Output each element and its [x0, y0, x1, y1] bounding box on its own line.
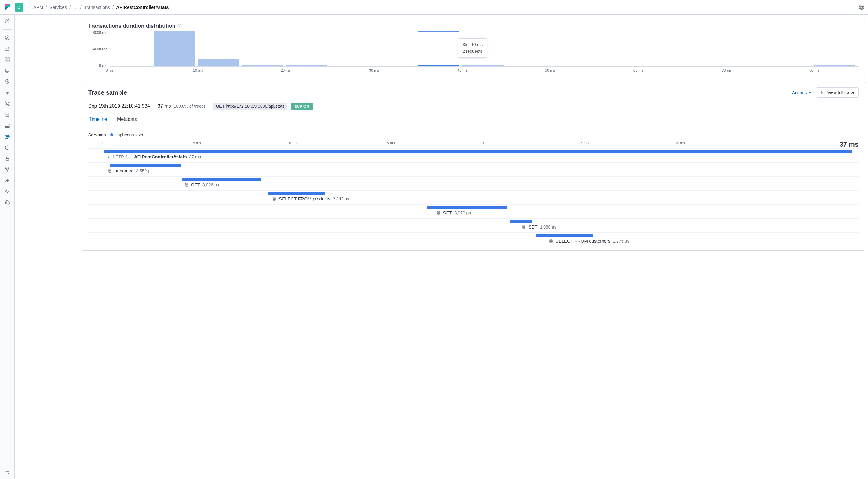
histogram-bar[interactable]: [154, 31, 195, 66]
histogram-bar[interactable]: [242, 65, 283, 66]
nav-maps-icon[interactable]: [5, 79, 10, 84]
histogram-chart[interactable]: 8000 req. 4000 req. 0 req.: [88, 32, 859, 74]
histogram-bar[interactable]: [374, 66, 415, 66]
span-row[interactable]: SELECT FROM customers 2,775 µs: [88, 233, 859, 247]
crumb-transactions[interactable]: Transactions: [84, 5, 110, 10]
x-tick: 60 ms: [633, 68, 644, 73]
http-icon: [106, 155, 110, 159]
x-axis: 0 ms 10 ms 20 ms 30 ms 40 ms 50 ms 60 ms…: [110, 68, 859, 75]
trace-timestamp: Sep 19th 2019 22:10:41.934: [88, 103, 150, 109]
crumb-apm[interactable]: APM: [33, 5, 43, 10]
span-row[interactable]: SET 3,926 µs: [88, 177, 859, 191]
span-row[interactable]: SET 1,080 µs: [88, 219, 859, 233]
svg-point-31: [185, 183, 188, 184]
document-icon: [821, 90, 825, 95]
span-name: SET: [528, 224, 537, 230]
space-selector[interactable]: D: [15, 3, 23, 11]
view-full-trace-label: View full trace: [827, 90, 854, 95]
span-row[interactable]: SET 3,970 µs: [88, 205, 859, 219]
span-row-root[interactable]: HTTP 2xx APIRestController#stats 37 ms: [88, 148, 859, 163]
nav-logs-icon[interactable]: [5, 112, 10, 117]
svg-rect-10: [5, 60, 7, 62]
svg-rect-24: [6, 158, 8, 161]
nav-apm-icon[interactable]: [5, 123, 10, 129]
service-dot-icon: [110, 133, 113, 136]
x-tick: 40 ms: [458, 68, 468, 73]
x-tick: 30 ms: [369, 68, 379, 73]
services-label: Services: [88, 132, 106, 137]
histogram-bar[interactable]: [198, 60, 239, 66]
svg-point-28: [6, 202, 8, 204]
breadcrumb: APM / Services / … / Transactions / APIR…: [33, 5, 169, 10]
nav-canvas-icon[interactable]: [5, 68, 10, 73]
crumb-services[interactable]: Services: [50, 5, 67, 10]
svg-point-16: [8, 102, 9, 103]
nav-recent-icon[interactable]: [5, 18, 10, 24]
wf-tick: 5 ms: [193, 141, 201, 145]
info-icon[interactable]: ?: [177, 24, 181, 28]
histogram-bar-selected[interactable]: [418, 31, 459, 66]
nav-ml-icon[interactable]: [5, 90, 10, 96]
database-icon: [436, 211, 441, 215]
svg-rect-20: [5, 126, 9, 127]
nav-discover-icon[interactable]: [5, 35, 10, 41]
span-label: unnamed 3,552 µs: [103, 168, 852, 173]
nav-uptime-icon[interactable]: [5, 134, 10, 139]
tab-timeline[interactable]: Timeline: [88, 116, 108, 126]
wf-tick: 25 ms: [579, 141, 589, 145]
y-tick: 4000 req.: [93, 47, 108, 51]
nav-visualize-icon[interactable]: [5, 46, 10, 52]
wf-tick: 20 ms: [481, 141, 491, 145]
actions-dropdown[interactable]: Actions: [792, 90, 812, 95]
waterfall-rows: HTTP 2xx APIRestController#stats 37 ms u…: [88, 148, 859, 247]
tab-metadata[interactable]: Metadata: [116, 116, 138, 126]
space-letter: D: [18, 5, 21, 10]
histogram-plot: 35 - 40 ms 2 requests: [110, 32, 859, 67]
span-name: APIRestController#stats: [134, 154, 187, 159]
nav-infra-icon[interactable]: [5, 101, 10, 106]
nav-management-icon[interactable]: [5, 200, 10, 205]
x-tick: 0 ms: [106, 68, 114, 73]
histogram-bar[interactable]: [462, 65, 504, 66]
database-icon: [272, 197, 276, 201]
divider: [28, 3, 28, 11]
content-area: Transactions duration distribution ? 800…: [15, 15, 868, 479]
waterfall-total: 37 ms: [840, 141, 859, 148]
histogram-title: Transactions duration distribution ?: [88, 23, 859, 29]
span-duration: 37 ms: [189, 155, 201, 159]
nav-siem-icon[interactable]: [5, 145, 10, 150]
x-tick: 20 ms: [281, 68, 291, 73]
nav-security-icon[interactable]: [5, 156, 10, 161]
span-duration: 3,926 µs: [203, 182, 219, 187]
status-badge: 200 OK: [291, 103, 313, 110]
svg-point-26: [8, 168, 9, 169]
svg-point-33: [437, 211, 439, 212]
nav-dashboard-icon[interactable]: [5, 57, 10, 63]
nav-monitoring-icon[interactable]: [5, 189, 10, 194]
svg-rect-23: [5, 138, 8, 138]
http-method: GET: [216, 104, 224, 109]
span-duration: 3,552 µs: [136, 168, 153, 173]
collapse-nav-icon[interactable]: [0, 467, 14, 479]
trace-tabs: Timeline Metadata: [88, 116, 859, 126]
histogram-bar[interactable]: [285, 65, 327, 66]
span-label: HTTP 2xx APIRestController#stats 37 ms: [106, 154, 852, 159]
span-label: SELECT FROM customers 2,775 µs: [103, 238, 852, 243]
kibana-logo-icon[interactable]: [4, 4, 11, 11]
nav-devtools-icon[interactable]: [5, 178, 10, 183]
span-name: SELECT FROM customers: [556, 238, 611, 243]
crumb-current: APIRestController#stats: [116, 5, 169, 10]
svg-point-35: [550, 239, 552, 240]
crumb-ellipsis[interactable]: …: [73, 5, 78, 10]
help-icon[interactable]: [859, 5, 864, 10]
view-full-trace-button[interactable]: View full trace: [816, 87, 859, 98]
histogram-title-text: Transactions duration distribution: [88, 23, 175, 29]
histogram-bar[interactable]: [330, 66, 371, 66]
histogram-bar[interactable]: [814, 65, 856, 66]
trace-meta: Sep 19th 2019 22:10:41.934 37 ms (100.0%…: [88, 103, 859, 110]
span-row[interactable]: unnamed 3,552 µs: [88, 163, 859, 177]
nav-graph-icon[interactable]: [5, 167, 10, 172]
tooltip-count: 2 requests: [462, 48, 483, 55]
database-icon: [184, 183, 189, 187]
span-row[interactable]: SELECT FROM products 2,842 µs: [88, 191, 859, 205]
